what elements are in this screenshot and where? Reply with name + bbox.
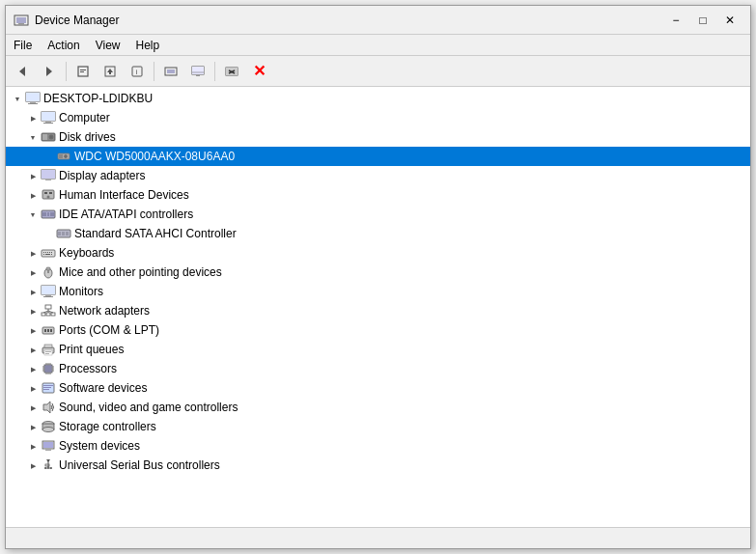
svg-rect-102 (43, 385, 53, 386)
svg-rect-70 (43, 296, 53, 297)
svg-rect-79 (44, 329, 46, 332)
svg-rect-83 (44, 345, 52, 347)
minimize-button[interactable]: − (663, 11, 688, 30)
device-tree: DESKTOP-LDIDKBU Computer (6, 87, 750, 527)
display-button[interactable] (185, 59, 210, 84)
back-button[interactable] (10, 59, 35, 84)
properties-button[interactable] (70, 59, 96, 84)
disk-drives-icon (41, 129, 56, 145)
computer-label: Computer (59, 111, 110, 125)
close-button[interactable]: ✕ (717, 11, 742, 30)
window-icon (14, 13, 29, 28)
error-button[interactable]: ✕ (246, 59, 271, 84)
menu-action[interactable]: Action (40, 35, 87, 55)
tree-item-software-devices[interactable]: Software devices (6, 378, 750, 398)
tree-item-print-queues[interactable]: Print queues (6, 340, 750, 359)
svg-rect-7 (80, 71, 84, 72)
mice-expand-icon (25, 264, 41, 280)
display-expand-icon (25, 168, 41, 183)
ide-expand-icon (25, 207, 41, 222)
processors-label: Processors (59, 362, 117, 375)
tree-item-system[interactable]: System devices (6, 436, 750, 456)
tree-item-network[interactable]: Network adapters (6, 301, 750, 320)
keyboards-expand-icon (25, 245, 41, 261)
svg-rect-59 (51, 252, 52, 253)
hid-icon (41, 187, 56, 203)
svg-rect-18 (196, 74, 200, 76)
remove-device-button[interactable] (219, 59, 244, 84)
tree-item-wdc-drive[interactable]: WDC WD5000AAKX-08U6AA0 (6, 147, 750, 166)
tree-item-storage[interactable]: Storage controllers (6, 417, 750, 436)
ports-label: Ports (COM & LPT) (59, 323, 159, 337)
wdc-icon (56, 149, 71, 164)
svg-point-66 (47, 271, 49, 273)
tree-item-hid[interactable]: Human Interface Devices (6, 185, 750, 205)
update-driver-button[interactable] (98, 59, 123, 84)
svg-rect-52 (62, 232, 65, 235)
svg-rect-80 (47, 329, 49, 332)
menu-file[interactable]: File (6, 35, 40, 55)
menu-view[interactable]: View (88, 35, 128, 55)
tree-item-disk-drives[interactable]: Disk drives (6, 127, 750, 147)
svg-rect-13 (167, 69, 175, 73)
svg-rect-60 (43, 254, 44, 255)
forward-button[interactable] (37, 59, 62, 84)
tree-item-monitors[interactable]: Monitors (6, 282, 750, 301)
menu-bar: File Action View Help (6, 35, 750, 56)
svg-rect-85 (45, 351, 51, 352)
svg-rect-65 (46, 267, 50, 270)
system-expand-icon (25, 438, 41, 454)
svg-rect-2 (18, 23, 24, 25)
ide-label: IDE ATA/ATAPI controllers (59, 208, 193, 221)
root-expand-icon (10, 91, 25, 106)
scan-button[interactable] (158, 59, 183, 84)
processors-icon (41, 361, 56, 376)
print-queues-label: Print queues (59, 343, 124, 356)
tree-item-sound[interactable]: Sound, video and game controllers (6, 398, 750, 417)
svg-rect-36 (59, 154, 63, 158)
tree-item-keyboards[interactable]: Keyboards (6, 243, 750, 263)
svg-rect-41 (45, 179, 51, 180)
monitors-icon (41, 284, 56, 299)
svg-point-117 (44, 467, 46, 469)
software-devices-label: Software devices (59, 381, 147, 395)
svg-rect-74 (46, 313, 50, 316)
svg-rect-58 (49, 252, 50, 253)
svg-rect-62 (51, 254, 52, 255)
tree-item-sata[interactable]: Standard SATA AHCI Controller (6, 224, 750, 243)
tree-item-display-adapters[interactable]: Display adapters (6, 166, 750, 185)
monitors-expand-icon (25, 284, 41, 299)
device-info-button[interactable]: i (125, 59, 150, 84)
tree-item-ports[interactable]: Ports (COM & LPT) (6, 320, 750, 340)
storage-expand-icon (25, 419, 41, 434)
svg-marker-113 (46, 459, 50, 462)
tree-item-mice[interactable]: Mice and other pointing devices (6, 263, 750, 282)
print-icon (41, 342, 56, 357)
svg-rect-86 (45, 353, 49, 354)
svg-rect-69 (45, 294, 51, 296)
tree-item-computer[interactable]: Computer (6, 108, 750, 127)
toolbar-separator-3 (214, 62, 215, 81)
keyboards-icon (41, 245, 56, 261)
tree-item-usb[interactable]: Universal Serial Bus controllers (6, 456, 750, 475)
tree-item-ide[interactable]: IDE ATA/ATAPI controllers (6, 205, 750, 224)
svg-rect-57 (47, 252, 48, 253)
svg-rect-30 (43, 123, 53, 124)
svg-rect-81 (50, 329, 52, 332)
svg-rect-6 (80, 69, 86, 70)
tree-item-processors[interactable]: Processors (6, 359, 750, 378)
ports-icon (41, 322, 56, 338)
svg-rect-55 (43, 252, 44, 253)
svg-rect-54 (42, 250, 55, 257)
svg-rect-24 (26, 93, 40, 101)
maximize-button[interactable]: □ (690, 11, 715, 30)
computer-expand-icon (25, 110, 41, 125)
svg-rect-43 (44, 192, 47, 194)
menu-help[interactable]: Help (128, 35, 168, 55)
svg-rect-111 (45, 449, 51, 451)
tree-root[interactable]: DESKTOP-LDIDKBU (6, 89, 750, 108)
sound-label: Sound, video and game controllers (59, 401, 238, 414)
system-label: System devices (59, 439, 140, 453)
svg-rect-48 (47, 212, 49, 216)
svg-rect-88 (45, 366, 51, 372)
